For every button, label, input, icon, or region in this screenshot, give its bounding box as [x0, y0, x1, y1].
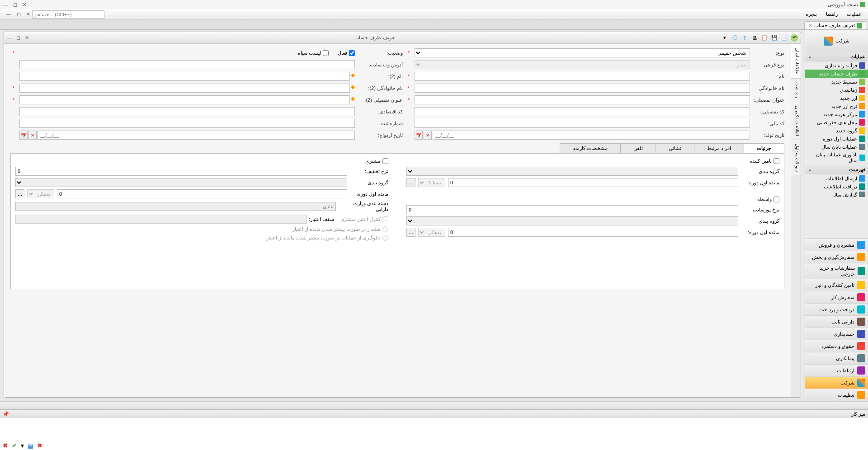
marriage-date-input[interactable]	[38, 131, 355, 140]
module-settings[interactable]: تنظیمات	[805, 389, 868, 401]
menu-operations[interactable]: عملیات	[843, 10, 865, 18]
name-input[interactable]	[415, 72, 750, 81]
list-section-header[interactable]: فهرست ▲	[805, 165, 868, 174]
intermediary-balance-input[interactable]	[448, 228, 738, 237]
pin-icon[interactable]: 📌	[3, 411, 9, 417]
discount-input[interactable]	[15, 167, 347, 176]
supplier-grouping-select[interactable]	[406, 167, 738, 176]
tab-define-account[interactable]: تعریف طرف حساب ✕	[804, 21, 866, 29]
delete-icon[interactable]: ✖	[37, 442, 42, 449]
search-input[interactable]	[32, 10, 104, 19]
detail-title2-input[interactable]	[19, 95, 350, 104]
customer-grouping-select[interactable]	[15, 178, 347, 187]
module-receipt-payment[interactable]: دریافت و پرداخت	[805, 304, 868, 316]
national-code-input[interactable]	[415, 119, 750, 128]
accept-icon[interactable]: ✔	[12, 442, 17, 449]
ops-item[interactable]: یادآوری عملیات پایان سال	[805, 151, 868, 164]
lookup-button[interactable]: …	[406, 228, 415, 237]
list-item[interactable]: دریافت اطلاعات	[805, 183, 868, 191]
side-tab-note[interactable]: یادداشت	[791, 79, 801, 102]
lookup-button[interactable]: …	[406, 178, 415, 187]
ops-item[interactable]: ارز جدید	[805, 94, 868, 102]
list-item[interactable]: گزارش سال	[805, 191, 868, 197]
ops-item[interactable]: گروه جدید	[805, 127, 868, 135]
subtab-address[interactable]: نشانی	[656, 143, 694, 153]
new-icon[interactable]: 📄	[781, 34, 788, 42]
module-suppliers[interactable]: تامین کنندگان و انبار	[805, 279, 868, 291]
menu-help[interactable]: راهنما	[822, 10, 841, 18]
menu-window[interactable]: پنجره	[802, 10, 821, 18]
birth-date-input[interactable]	[433, 131, 750, 140]
maximize-icon[interactable]: ◻	[16, 35, 20, 41]
intermediary-checkbox[interactable]	[774, 197, 779, 202]
active-checkbox[interactable]	[349, 50, 355, 56]
minimize-icon[interactable]: —	[3, 2, 8, 8]
ops-item[interactable]: محل های جغرافیایی	[805, 118, 868, 127]
detail-title-input[interactable]	[415, 95, 750, 104]
type-select[interactable]: شخص حقیقی	[415, 48, 750, 57]
module-company[interactable]: شرکت	[805, 377, 868, 389]
name2-input[interactable]	[19, 72, 350, 81]
supplier-balance-input[interactable]	[448, 178, 738, 187]
close-icon[interactable]: ✕	[808, 23, 812, 28]
close-icon[interactable]: ✕	[26, 11, 30, 17]
module-accounting[interactable]: حسابداری	[805, 328, 868, 340]
close-icon[interactable]: ✕	[23, 2, 27, 8]
module-contracting[interactable]: پیمانکاری	[805, 352, 868, 365]
subtab-employee[interactable]: مشخصات کارمند	[560, 143, 621, 153]
website-input[interactable]	[19, 60, 355, 69]
lookup-button[interactable]: …	[15, 189, 24, 198]
eco-code-input[interactable]	[19, 107, 355, 116]
dropdown-icon[interactable]: ▾	[21, 442, 24, 449]
subtab-phone[interactable]: تلفن	[620, 143, 656, 153]
blacklist-checkbox[interactable]	[323, 50, 329, 56]
ops-item[interactable]: تقسیط جدید	[805, 78, 868, 86]
module-fixed-asset[interactable]: دارایی ثابت	[805, 316, 868, 328]
ops-item[interactable]: عملیات اول دوره	[805, 135, 868, 143]
side-tab-faq[interactable]: سوالات متداول	[791, 140, 801, 176]
ops-section-header[interactable]: عملیات ▲	[805, 52, 868, 61]
customer-balance-input[interactable]	[57, 189, 347, 198]
commission-input[interactable]	[406, 205, 738, 214]
info-icon[interactable]: ⓘ	[731, 34, 738, 42]
ops-item[interactable]: عملیات پایان سال	[805, 143, 868, 151]
reject-icon[interactable]: ✖	[3, 442, 8, 449]
save-new-icon[interactable]: 📋	[761, 34, 768, 42]
help-icon[interactable]: ?	[741, 34, 748, 42]
customer-checkbox[interactable]	[382, 158, 388, 164]
module-communications[interactable]: ارتباطات	[805, 365, 868, 377]
minimize-icon[interactable]: —	[6, 11, 11, 17]
calendar-icon[interactable]: 📅	[19, 131, 28, 140]
minimize-icon[interactable]: —	[7, 35, 12, 41]
module-payroll[interactable]: حقوق و دستمزد	[805, 340, 868, 352]
clear-icon[interactable]: ✕	[28, 131, 37, 140]
ops-item[interactable]: مرکز هزینه جدید	[805, 110, 868, 118]
grid-icon[interactable]: ▦	[28, 442, 33, 449]
maximize-icon[interactable]: ◻	[13, 2, 17, 8]
subtab-details[interactable]: جزئیات	[744, 143, 784, 153]
save-icon[interactable]: 💾	[771, 34, 778, 42]
reg-no-input[interactable]	[19, 119, 355, 128]
supplier-checkbox[interactable]	[774, 158, 779, 164]
ops-item[interactable]: زمانبندی	[805, 86, 868, 94]
print-icon[interactable]: 🖶	[751, 34, 758, 42]
calendar-icon[interactable]: 📅	[415, 131, 423, 140]
ops-item[interactable]: نرخ ارز جدید	[805, 102, 868, 110]
detail-code-input[interactable]	[415, 107, 750, 116]
module-sales[interactable]: مشتریان و فروش	[805, 239, 868, 251]
list-item[interactable]: ارسال اطلاعات	[805, 174, 868, 183]
module-foreign-purchase[interactable]: سفارشات و خرید خارجی	[805, 263, 868, 279]
module-work-order[interactable]: سفارش کار	[805, 291, 868, 304]
back-arrow-icon[interactable]: ↶	[791, 34, 798, 42]
family-input[interactable]	[415, 84, 750, 93]
close-icon[interactable]: ✕	[25, 35, 29, 41]
side-tab-main-info[interactable]: اطلاعات اصلی	[791, 44, 801, 79]
ops-item-active[interactable]: طرف حساب جدید	[805, 70, 868, 78]
clear-icon[interactable]: ✕	[424, 131, 432, 140]
module-ordering[interactable]: سفارش‌گیری و پخش	[805, 251, 868, 263]
intermediary-grouping-select[interactable]	[406, 216, 738, 225]
maximize-icon[interactable]: ◻	[17, 11, 21, 17]
dropdown-icon[interactable]: ▾	[721, 34, 728, 42]
family2-input[interactable]	[19, 84, 350, 93]
ops-item[interactable]: فرآیند راه‌اندازی	[805, 61, 868, 70]
